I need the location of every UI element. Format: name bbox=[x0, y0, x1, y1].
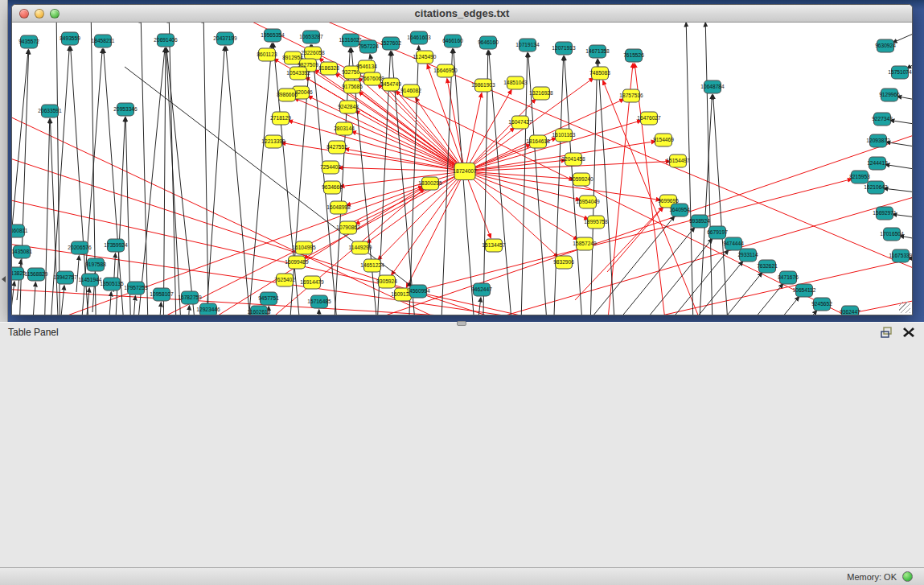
graph-node[interactable]: 12071913 bbox=[552, 42, 576, 55]
graph-node[interactable]: 9362447 bbox=[840, 306, 860, 315]
graph-node[interactable]: 9546134 bbox=[356, 60, 377, 73]
graph-node[interactable]: 20953346 bbox=[113, 103, 138, 116]
graph-node[interactable]: 15751074 bbox=[888, 66, 912, 79]
graph-node[interactable]: 8986666 bbox=[277, 89, 298, 101]
graph-node[interactable]: 8454749 bbox=[380, 78, 401, 91]
graph-node[interactable]: 16476027 bbox=[637, 112, 661, 125]
graph-node[interactable]: 15857249 bbox=[573, 237, 597, 250]
minimize-window-button[interactable] bbox=[35, 9, 44, 19]
network-canvas[interactable]: 1872400718300295860112389129542322605898… bbox=[12, 23, 912, 315]
graph-node[interactable]: 8427552 bbox=[326, 141, 347, 154]
graph-node[interactable]: 16048998 bbox=[326, 201, 351, 214]
graph-node[interactable]: 5938924 bbox=[689, 215, 710, 228]
graph-node[interactable]: 9227343 bbox=[872, 113, 893, 126]
graph-node[interactable]: 9832906 bbox=[553, 256, 574, 269]
graph-node[interactable]: 2718129 bbox=[270, 112, 291, 125]
graph-node[interactable]: 8601123 bbox=[257, 48, 277, 61]
graph-node[interactable]: 2803144 bbox=[334, 122, 355, 135]
graph-node[interactable]: 11675339 bbox=[889, 249, 912, 262]
graph-node[interactable]: 7615526 bbox=[623, 49, 644, 62]
graph-node[interactable]: 9474444 bbox=[723, 237, 744, 250]
graph-node[interactable]: 18458211 bbox=[92, 35, 115, 47]
graph-node[interactable]: 7485083 bbox=[589, 67, 610, 80]
graph-node[interactable]: 16101163 bbox=[552, 129, 576, 142]
graph-node[interactable]: 9154469 bbox=[653, 134, 674, 146]
graph-node[interactable]: 18164618 bbox=[526, 135, 550, 148]
graph-node[interactable]: 16210643 bbox=[864, 181, 888, 194]
collapse-panel-handle[interactable] bbox=[2, 276, 6, 282]
graph-node[interactable]: 18995758 bbox=[584, 216, 608, 229]
graph-node[interactable]: 15134457 bbox=[482, 239, 506, 252]
graph-node[interactable]: 1244413 bbox=[867, 157, 888, 170]
window-resize-grip[interactable] bbox=[899, 302, 910, 313]
graph-node[interactable]: 14651224 bbox=[360, 259, 384, 272]
graph-node[interactable]: 16646950 bbox=[433, 64, 458, 77]
graph-node[interactable]: 9245652 bbox=[811, 298, 832, 311]
graph-node[interactable]: 13505135 bbox=[100, 278, 124, 290]
graph-node[interactable]: 17016504 bbox=[880, 228, 904, 241]
graph-node[interactable]: 10653287 bbox=[299, 31, 323, 43]
graph-node[interactable]: 7254402 bbox=[320, 161, 341, 174]
graph-node[interactable]: 10719134 bbox=[515, 39, 540, 51]
graph-node[interactable]: 9242848 bbox=[338, 101, 359, 113]
graph-node[interactable]: 9630924 bbox=[875, 39, 896, 52]
graph-node[interactable]: 15716485 bbox=[307, 295, 331, 308]
graph-node[interactable]: 23226058 bbox=[301, 47, 325, 60]
graph-node[interactable]: 9457751 bbox=[258, 292, 279, 305]
graph-node[interactable]: 2933114 bbox=[737, 249, 758, 262]
graph-node[interactable]: 11245490 bbox=[413, 51, 437, 64]
graph-node[interactable]: 22041458 bbox=[561, 153, 585, 166]
graph-node[interactable]: 16461603 bbox=[407, 31, 431, 44]
graph-node[interactable]: 6466160 bbox=[442, 35, 463, 47]
graph-node[interactable]: 11449299 bbox=[349, 241, 372, 254]
graph-node[interactable]: 9462447 bbox=[471, 283, 492, 296]
graph-node[interactable]: 14560994 bbox=[406, 285, 430, 298]
graph-node[interactable]: 10543392 bbox=[286, 67, 310, 80]
graph-node[interactable]: 20437199 bbox=[213, 32, 237, 45]
graph-node[interactable]: 11568829 bbox=[25, 268, 48, 281]
graph-node[interactable]: 14671358 bbox=[585, 45, 610, 58]
float-panel-icon[interactable] bbox=[879, 326, 893, 339]
graph-node[interactable]: 19565354 bbox=[261, 29, 285, 42]
graph-node[interactable]: 20206576 bbox=[68, 241, 92, 254]
graph-node[interactable]: 10790862 bbox=[336, 221, 360, 234]
graph-node[interactable]: 1640954 bbox=[669, 204, 690, 216]
close-panel-icon[interactable] bbox=[901, 326, 916, 339]
graph-node[interactable]: 7625402 bbox=[274, 274, 295, 286]
zoom-window-button[interactable] bbox=[50, 9, 60, 19]
graph-node[interactable]: 9634666 bbox=[322, 181, 343, 194]
graph-node[interactable]: 15692971 bbox=[873, 207, 897, 220]
graph-node[interactable]: 8493559 bbox=[60, 32, 80, 45]
graph-node[interactable]: 9435572 bbox=[18, 35, 39, 48]
graph-node[interactable]: 16047427 bbox=[508, 116, 532, 129]
graph-node[interactable]: 10958107 bbox=[150, 288, 174, 301]
graph-node[interactable]: 17957253 bbox=[124, 282, 148, 295]
graph-node[interactable]: 16104995 bbox=[292, 241, 316, 254]
graph-node[interactable]: 8471676 bbox=[778, 271, 799, 284]
graph-node[interactable]: 20691406 bbox=[154, 34, 178, 47]
graph-node[interactable]: 16782759 bbox=[178, 291, 202, 304]
graph-node[interactable]: 9197588 bbox=[85, 258, 106, 271]
graph-node[interactable]: 16914479 bbox=[300, 276, 324, 289]
graph-node[interactable]: 13216928 bbox=[529, 87, 553, 100]
graph-node[interactable]: 9129966 bbox=[879, 89, 900, 101]
close-window-button[interactable] bbox=[19, 9, 29, 19]
graph-node[interactable]: 12093872 bbox=[866, 134, 890, 147]
graph-node[interactable]: 12923446 bbox=[196, 303, 220, 315]
graph-node[interactable]: 8186328 bbox=[318, 62, 339, 75]
graph-node[interactable]: 13942757 bbox=[53, 271, 77, 284]
graph-node[interactable]: 7632621 bbox=[757, 260, 778, 273]
graph-node[interactable]: 9175685 bbox=[342, 80, 363, 93]
graph-node[interactable]: 9305924 bbox=[376, 275, 397, 288]
graph-node[interactable]: 18724007 bbox=[453, 163, 477, 180]
graph-node[interactable]: 18757516 bbox=[619, 89, 643, 102]
graph-node[interactable]: 18300295 bbox=[418, 177, 442, 190]
graph-node[interactable]: 17359924 bbox=[104, 239, 128, 252]
window-titlebar[interactable]: citations_edges.txt bbox=[12, 5, 912, 23]
graph-node[interactable]: 10599240 bbox=[569, 173, 593, 186]
graph-node[interactable]: 11602613 bbox=[248, 306, 271, 315]
graph-node[interactable]: 19861903 bbox=[471, 79, 495, 92]
graph-node[interactable]: 10654112 bbox=[793, 284, 816, 297]
graph-node[interactable]: 9646160 bbox=[478, 36, 499, 49]
graph-node[interactable]: 20633591 bbox=[38, 105, 62, 117]
